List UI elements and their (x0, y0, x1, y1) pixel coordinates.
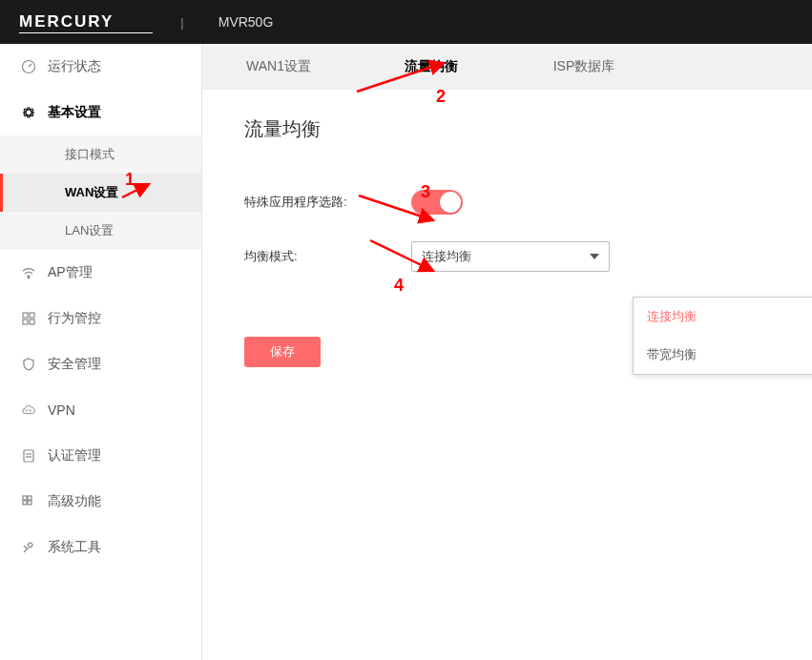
special-routing-toggle[interactable] (411, 190, 463, 215)
svg-rect-10 (23, 496, 27, 500)
sidebar-sub-label: WAN设置 (65, 184, 118, 201)
app-header: MERCURY | MVR50G (0, 0, 812, 44)
dashboard-icon (21, 59, 36, 74)
tab-traffic-balance[interactable]: 流量均衡 (355, 44, 508, 90)
blocks-icon (21, 494, 36, 509)
svg-point-1 (28, 277, 30, 278)
tab-bar: WAN1设置 流量均衡 ISP数据库 (202, 44, 812, 90)
sidebar-item-vpn[interactable]: VPN VPN (0, 387, 201, 433)
sidebar-item-security[interactable]: 安全管理 (0, 341, 201, 387)
wifi-icon (21, 265, 36, 280)
sidebar-label: 行为管控 (48, 310, 101, 327)
save-button-label: 保存 (270, 344, 295, 359)
header-separator: | (180, 15, 183, 30)
brand-logo: MERCURY (19, 12, 114, 31)
sidebar-sub-lan-settings[interactable]: LAN设置 (0, 212, 201, 250)
sidebar-submenu: 接口模式 WAN设置 LAN设置 (0, 135, 201, 250)
svg-rect-12 (23, 501, 27, 505)
logo-underline (19, 32, 153, 33)
svg-rect-7 (24, 450, 33, 462)
sidebar-label: 系统工具 (48, 539, 101, 556)
svg-rect-4 (23, 320, 28, 324)
gear-icon (21, 105, 36, 120)
clipboard-icon (21, 448, 36, 464)
tab-isp-database[interactable]: ISP数据库 (508, 44, 660, 90)
shield-icon (21, 357, 36, 372)
special-routing-label: 特殊应用程序选路: (244, 194, 411, 211)
page-title: 流量均衡 (244, 116, 770, 142)
sidebar-item-advanced[interactable]: 高级功能 (0, 479, 201, 525)
svg-rect-3 (30, 313, 34, 318)
balance-mode-dropdown: 连接均衡 带宽均衡 (633, 297, 812, 375)
option-label: 连接均衡 (647, 308, 697, 325)
sidebar-label: 运行状态 (48, 58, 101, 75)
svg-text:VPN: VPN (25, 409, 32, 413)
sidebar-item-behavior[interactable]: 行为管控 (0, 296, 201, 341)
sidebar-sub-wan-settings[interactable]: WAN设置 (0, 174, 201, 212)
sidebar-item-status[interactable]: 运行状态 (0, 44, 201, 90)
sidebar-label: 高级功能 (48, 493, 101, 510)
tab-label: ISP数据库 (553, 58, 615, 75)
model-name: MVR50G (219, 14, 274, 30)
sidebar-item-ap-management[interactable]: AP管理 (0, 250, 201, 296)
cloud-icon: VPN (21, 402, 36, 418)
tab-label: WAN1设置 (246, 58, 311, 75)
chevron-down-icon (590, 254, 599, 259)
option-connection-balance[interactable]: 连接均衡 (634, 298, 812, 336)
sidebar-sub-label: 接口模式 (65, 146, 115, 163)
sidebar-sub-label: LAN设置 (65, 222, 114, 239)
tools-icon (21, 540, 36, 555)
select-value: 连接均衡 (422, 248, 471, 265)
save-button[interactable]: 保存 (244, 337, 321, 367)
balance-mode-select[interactable]: 连接均衡 (411, 241, 610, 272)
sidebar-label: AP管理 (48, 264, 93, 281)
svg-rect-5 (30, 320, 34, 324)
svg-rect-13 (28, 501, 31, 505)
sidebar-label: 认证管理 (48, 447, 101, 464)
grid-icon (21, 311, 36, 326)
sidebar-label: VPN (48, 402, 75, 418)
tab-label: 流量均衡 (405, 58, 458, 75)
sidebar-item-system-tools[interactable]: 系统工具 (0, 525, 201, 570)
sidebar-sub-interface-mode[interactable]: 接口模式 (0, 135, 201, 174)
main-content: WAN1设置 流量均衡 ISP数据库 流量均衡 特殊应用程序选路: 均衡模式: … (202, 44, 812, 660)
toggle-knob (440, 192, 461, 213)
sidebar-label: 基本设置 (48, 104, 101, 121)
sidebar-label: 安全管理 (48, 356, 101, 373)
svg-rect-11 (28, 496, 31, 500)
option-bandwidth-balance[interactable]: 带宽均衡 (634, 336, 812, 374)
balance-mode-label: 均衡模式: (244, 248, 411, 265)
svg-rect-2 (23, 313, 28, 318)
tab-wan1-settings[interactable]: WAN1设置 (202, 44, 355, 90)
sidebar: 运行状态 基本设置 接口模式 WAN设置 LAN设置 AP管理 (0, 44, 202, 660)
sidebar-item-basic-settings[interactable]: 基本设置 (0, 90, 201, 135)
option-label: 带宽均衡 (647, 346, 697, 363)
sidebar-item-auth[interactable]: 认证管理 (0, 433, 201, 479)
